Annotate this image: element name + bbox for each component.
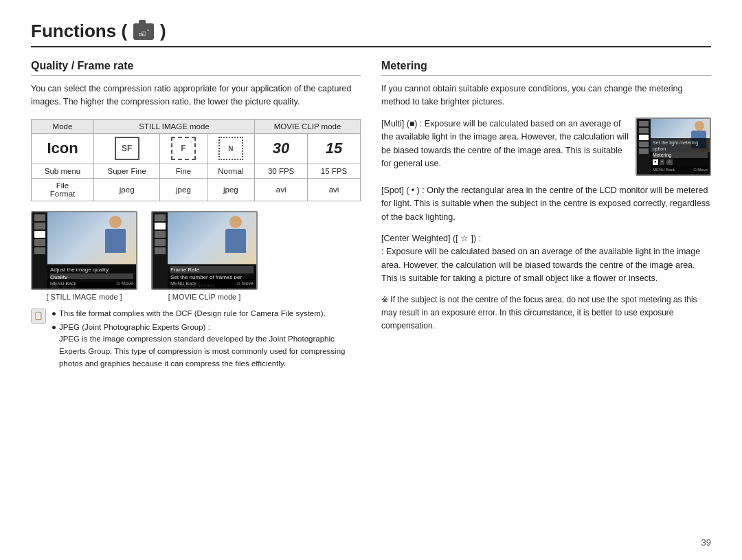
m-back-label: MENU Back	[653, 167, 675, 173]
metering-warning: ※ If the subject is not the centre of th…	[381, 293, 711, 332]
format-avi1: avi	[255, 178, 308, 201]
submenu-15fps: 15 FPS	[308, 164, 361, 178]
multi-text: [Multi] (■) : Exposure will be calculate…	[381, 117, 629, 171]
fps30-icon: 30	[273, 139, 289, 157]
page-title: Functions ( Gn )	[31, 21, 711, 42]
movie-move-label: ⊙ Move	[236, 281, 254, 287]
sidebar-icon-1	[34, 214, 45, 221]
movie-caption: [ MOVIE CLIP mode ]	[168, 293, 241, 301]
still-move-label: ⊙ Move	[116, 281, 133, 287]
m-menu: Set the light metering option. Metering …	[651, 138, 710, 166]
submenu-superfine: Super Fine	[94, 164, 160, 178]
table-file-row: FileFormat jpeg jpeg jpeg avi avi	[32, 178, 361, 201]
submenu-fine: Fine	[160, 164, 207, 178]
m-icon-1	[639, 121, 649, 126]
left-column: Quality / Frame rate You can select the …	[31, 60, 361, 539]
icon-f: F	[160, 133, 207, 164]
note-section: 📋 ● This file format complies with the D…	[31, 308, 361, 372]
m-move-label: ⊙ Move	[693, 167, 708, 173]
movie-sidebar-icon-5	[155, 247, 166, 254]
fps15-icon: 15	[326, 139, 342, 157]
spot-term: [Spot] ( • ) : Only the rectangular area…	[381, 186, 710, 222]
format-jpeg1: jpeg	[94, 178, 160, 201]
table-icon-row: Icon SF F N 30 15	[32, 133, 361, 164]
col-mode: Mode	[32, 119, 94, 133]
icon-30fps: 30	[255, 133, 308, 164]
page-header: Functions ( Gn )	[31, 21, 711, 47]
format-jpeg2: jpeg	[160, 178, 207, 201]
sidebar-icon-2	[34, 223, 45, 229]
movie-thumb-screen: 640 Frame Rate Set the number of frames …	[151, 211, 258, 290]
still-thumb-container: Adjust the image quality. Quality SF F N…	[31, 211, 137, 301]
metering-item-center: [Center Weighted] ([ ☆ ]) :: Exposure wi…	[381, 232, 711, 286]
movie-sidebar-icon-2-active	[155, 223, 166, 229]
metering-intro: If you cannot obtain suitable exposure c…	[381, 82, 711, 109]
center-term: [Center Weighted] ([ ☆ ]) :: Exposure wi…	[381, 234, 700, 283]
center-text: [Center Weighted] ([ ☆ ]) :: Exposure wi…	[381, 232, 711, 286]
multi-term: [Multi] (	[381, 119, 409, 128]
m-bottom-bar: MENU Back ⊙ Move	[651, 166, 710, 175]
note-text-block: ● This file format complies with the DCF…	[52, 308, 361, 372]
still-caption: [ STILL IMAGE mode ]	[46, 293, 122, 301]
note-icon: 📋	[31, 309, 46, 324]
svg-rect-1	[140, 25, 147, 29]
page-container: Functions ( Gn ) Quality / Frame rate Yo…	[0, 0, 742, 560]
metering-multi-screen: Set the light metering option. Metering …	[636, 117, 711, 176]
table-submenu-row: Sub menu Super Fine Fine Normal 30 FPS 1…	[32, 164, 361, 178]
movie-sidebar	[153, 212, 168, 289]
camera-icon: Gn	[133, 23, 154, 40]
svg-text:Gn: Gn	[139, 32, 145, 36]
format-jpeg3: jpeg	[207, 178, 255, 201]
note-bullet-1-text: This file format complies with the DCF (…	[59, 308, 326, 320]
sf-icon: SF	[115, 137, 139, 160]
icon-15fps: 15	[308, 133, 361, 164]
still-sidebar	[32, 212, 47, 289]
sidebar-icon-4	[34, 239, 45, 246]
thumbnails-row: Adjust the image quality. Quality SF F N…	[31, 211, 361, 301]
format-avi2: avi	[308, 178, 361, 201]
m-icon-4	[639, 142, 649, 147]
submenu-label: Sub menu	[32, 164, 94, 178]
sidebar-icon-5	[34, 247, 45, 254]
metering-item-spot: [Spot] ( • ) : Only the rectangular area…	[381, 184, 711, 224]
submenu-30fps: 30 FPS	[255, 164, 308, 178]
file-label: FileFormat	[32, 178, 94, 201]
quality-intro: You can select the compression ratio app…	[31, 82, 361, 109]
person-body	[105, 229, 126, 253]
movie-back-label: MENU Back	[170, 281, 196, 286]
person-silhouette	[102, 216, 129, 254]
col-still: STILL IMAGE mode	[94, 119, 255, 133]
movie-sidebar-icon-4	[155, 239, 166, 246]
icon-n: N	[207, 133, 255, 164]
still-bottom-bar: MENU Back ⊙ Move	[47, 279, 136, 289]
m-sidebar	[637, 119, 651, 175]
sidebar-icon-3-active	[34, 231, 45, 238]
f-icon: F	[171, 137, 196, 160]
still-menu-item-1: Adjust the image quality.	[50, 266, 133, 273]
m-menu-item-1: Set the light metering option.	[653, 139, 708, 152]
metering-item-multi: [Multi] (■) : Exposure will be calculate…	[381, 117, 711, 176]
icon-label: Icon	[32, 133, 94, 164]
m-menu-item-2-selected: Metering	[653, 152, 708, 158]
spot-text: [Spot] ( • ) : Only the rectangular area…	[381, 184, 711, 224]
title-text: Functions (	[31, 21, 127, 42]
note-bullet-2: ● JPEG (Joint Photographic Experts Group…	[52, 322, 361, 370]
page-number: 39	[701, 537, 711, 548]
m-menu-item-3: ● • ☆	[653, 159, 708, 165]
m-icon-3-active	[639, 135, 649, 140]
movie-thumb-container: 640 Frame Rate Set the number of frames …	[151, 211, 258, 301]
title-suffix: )	[160, 21, 166, 42]
movie-person-body	[225, 229, 246, 253]
movie-sidebar-icon-1	[155, 214, 166, 221]
svg-rect-4	[147, 30, 149, 31]
note-bullet-2-text: JPEG (Joint Photographic Experts Group) …	[59, 322, 361, 370]
main-content: Quality / Frame rate You can select the …	[31, 60, 711, 539]
quality-section-title: Quality / Frame rate	[31, 60, 361, 76]
movie-menu-item-1: Frame Rate	[170, 266, 254, 273]
submenu-normal: Normal	[207, 164, 255, 178]
movie-sidebar-icon-3	[155, 231, 166, 238]
still-thumb-screen: Adjust the image quality. Quality SF F N…	[31, 211, 137, 290]
m-person-head	[695, 121, 704, 131]
icon-sf: SF	[94, 133, 160, 164]
metering-section: If you cannot obtain suitable exposure c…	[381, 82, 711, 332]
